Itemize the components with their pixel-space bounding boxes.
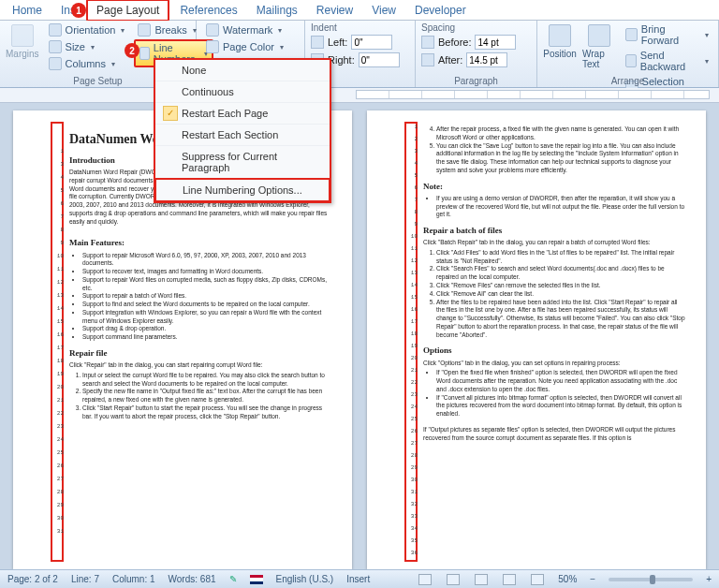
tab-home[interactable]: Home (4, 1, 51, 20)
list-item: Click "Remove Files" can remove the sele… (436, 282, 685, 290)
line-number: 8 (54, 227, 64, 234)
list-item: Click "Search Files" to search and selec… (436, 265, 685, 282)
zoom-out[interactable]: − (590, 574, 595, 584)
margins-icon (11, 24, 34, 47)
note-list: If you are using a demo version of DWORD… (423, 195, 685, 219)
line-number: 14 (408, 282, 418, 289)
view-web-layout[interactable] (475, 574, 488, 585)
line-number: 30 (54, 515, 64, 522)
list-item: Click "Remove All" can clear the list. (436, 290, 685, 299)
zoom-in[interactable]: + (706, 574, 712, 584)
tab-page-layout[interactable]: Page Layout (86, 0, 169, 22)
list-item: Support command line parameters. (82, 333, 331, 342)
line-number: 3 (54, 161, 64, 169)
line-number: 24 (54, 436, 64, 444)
line-number: 11 (54, 266, 64, 273)
status-column[interactable]: Column: 1 (112, 574, 155, 584)
indent-left[interactable]: Left: (311, 35, 409, 50)
list-item: Support to repair Word files on corrupte… (82, 276, 331, 293)
line-number: 23 (54, 423, 64, 431)
send-backward-button[interactable]: Send Backward▾ (622, 49, 712, 73)
callout-2: 2 (125, 43, 139, 58)
spacing-before[interactable]: Before: (421, 35, 531, 50)
status-zoom[interactable]: 50% (558, 574, 577, 584)
line-number: 21 (54, 397, 64, 404)
watermark-icon (206, 23, 219, 37)
size-button[interactable]: Size▾ (45, 39, 129, 54)
line-number: 15 (408, 294, 418, 301)
callout-1: 1 (71, 3, 86, 18)
line-number: 12 (408, 257, 418, 265)
status-language[interactable]: English (U.S.) (276, 574, 334, 584)
bring-forward-button[interactable]: Bring Forward▾ (622, 22, 712, 47)
zoom-slider[interactable] (609, 578, 693, 581)
line-number: 1 (54, 148, 64, 155)
list-item: After the files to be repaired have been… (436, 299, 685, 340)
status-line[interactable]: Line: 7 (71, 574, 99, 584)
line-number: 28 (408, 452, 418, 460)
view-outline[interactable] (503, 574, 516, 585)
line-number: 32 (408, 501, 418, 508)
spacing-label: Spacing (421, 22, 531, 33)
list-item: Support to find and select the Word docu… (82, 301, 331, 309)
status-proofing-icon[interactable]: ✎ (229, 574, 237, 584)
line-number: 18 (54, 358, 64, 365)
line-number: 6 (54, 200, 64, 208)
line-number: 34 (408, 525, 418, 533)
line-number: 7 (54, 213, 64, 221)
line-number: 16 (54, 331, 64, 339)
line-number: 4 (54, 174, 64, 182)
line-number: 22 (54, 410, 64, 418)
view-full-screen[interactable] (447, 574, 460, 585)
status-insert[interactable]: Insert (346, 574, 370, 584)
heading-options: Options (423, 345, 685, 356)
repair-list: Input or select the corrupt Word file to… (69, 372, 331, 421)
line-numbers-options[interactable]: Line Numbering Options... (154, 178, 330, 202)
line-number: 10 (54, 253, 64, 260)
status-words[interactable]: Words: 681 (169, 574, 216, 584)
orientation-button[interactable]: Orientation▾ (45, 22, 129, 37)
page-color-button[interactable]: Page Color▾ (202, 39, 287, 54)
line-number: 23 (408, 391, 418, 399)
columns-button[interactable]: Columns▾ (45, 56, 129, 71)
ruler[interactable] (0, 88, 719, 103)
heading-features: Main Features: (69, 237, 331, 248)
line-number: 14 (54, 305, 64, 313)
line-number: 33 (408, 513, 418, 521)
spacing-before-icon (421, 36, 434, 49)
line-number: 31 (54, 528, 64, 536)
line-numbers-suppress[interactable]: Suppress for Current Paragraph (155, 146, 330, 179)
spacing-after-icon (421, 53, 434, 66)
line-number: 7 (408, 197, 418, 204)
line-number: 30 (408, 477, 418, 484)
line-numbers-restart-section[interactable]: Restart Each Section (155, 125, 330, 146)
flag-icon (250, 575, 263, 584)
line-number: 5 (408, 172, 418, 180)
spacing-after[interactable]: After: (421, 52, 531, 67)
line-number: 13 (54, 292, 64, 300)
watermark-button[interactable]: Watermark▾ (202, 22, 287, 37)
heading-batch: Repair a batch of files (423, 225, 685, 236)
line-numbers-restart-page[interactable]: Restart Each Page (155, 103, 330, 125)
view-print-layout[interactable] (418, 574, 432, 585)
status-page[interactable]: Page: 2 of 2 (7, 574, 58, 584)
tab-review[interactable]: Review (308, 1, 361, 20)
tab-mailings[interactable]: Mailings (248, 1, 306, 20)
line-numbers-continuous[interactable]: Continuous (155, 81, 330, 103)
line-number: 27 (54, 476, 64, 483)
line-numbers-none[interactable]: None (155, 60, 330, 81)
view-draft[interactable] (531, 574, 544, 585)
list-item: Specify the new file name in "Output fix… (82, 388, 331, 404)
line-number: 26 (408, 428, 418, 435)
tab-developer[interactable]: Developer (406, 1, 475, 20)
tab-view[interactable]: View (363, 1, 404, 20)
line-number: 5 (54, 187, 64, 195)
ribbon-tabs: Home Ins Page Layout References Mailings… (0, 0, 719, 21)
tab-references[interactable]: References (171, 1, 245, 20)
line-numbers-icon (139, 47, 149, 60)
wrap-text-icon (588, 24, 610, 47)
line-number: 29 (408, 464, 418, 472)
orientation-icon (49, 23, 62, 37)
line-number: 25 (408, 416, 418, 423)
line-number: 25 (54, 449, 64, 457)
